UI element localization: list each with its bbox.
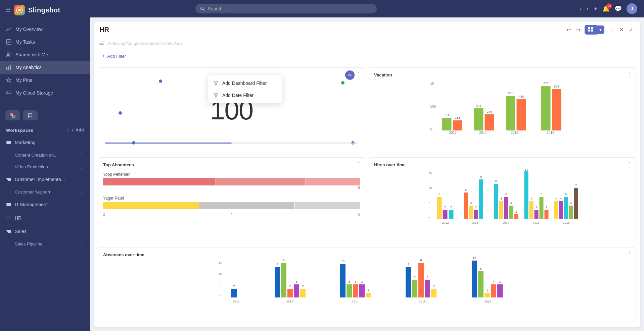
absentees-row-2: Yager Patel	[103, 196, 360, 209]
h2013-l1: 6	[465, 188, 467, 191]
workspace-hr[interactable]: HR ⋮	[0, 211, 90, 225]
svg-rect-5	[6, 67, 7, 70]
analytics-icon	[6, 65, 11, 70]
abs2016-l5: 3	[499, 280, 501, 283]
topbar: ‹ › ✦ 🔔 13 💬 J	[90, 0, 644, 17]
check-button[interactable]: ✓	[628, 25, 635, 34]
svg-rect-6	[8, 66, 9, 70]
hamburger-icon[interactable]: ☰	[5, 6, 11, 14]
h2016-b5	[574, 188, 578, 219]
vacation-more-button[interactable]: ⋮	[626, 71, 632, 78]
hires-title: Hires over time	[374, 162, 631, 167]
bar-2015-s1	[506, 96, 515, 130]
year-2016: 2016	[547, 131, 554, 134]
view-dropdown-button[interactable]: ▾	[597, 25, 604, 34]
layers-button[interactable]	[5, 110, 20, 120]
forward-icon[interactable]: ›	[587, 5, 589, 12]
sub-item-video-production[interactable]: Video Production ⋮	[0, 161, 90, 173]
absentees-more-button[interactable]: ⋮	[355, 161, 361, 168]
label-2016-s1: 774	[543, 81, 548, 85]
dropdown-item-date-filter[interactable]: Add Date Filter	[208, 89, 282, 101]
dropdown-item-dashboard-filter[interactable]: Add Dashboard Filter	[208, 77, 282, 89]
back-icon[interactable]: ‹	[580, 5, 582, 12]
abs2014-l1: 10	[341, 260, 344, 263]
bar-segment-1b	[216, 178, 306, 185]
bookmark-button[interactable]	[23, 110, 38, 120]
workspace-customer-impl[interactable]: Customer Implementa... ⋮	[0, 173, 90, 186]
ai-icon[interactable]: ✦	[593, 6, 598, 12]
sub-item-customer-support[interactable]: Customer Support ⋮	[0, 186, 90, 198]
absentees-row-1: Yopp Pettersen 5	[103, 171, 360, 190]
add-workspace-btn[interactable]: + Add	[71, 127, 84, 133]
abs2016-b4	[491, 284, 496, 297]
filter-dropdown-menu: Add Dashboard Filter Add Date Filter	[208, 75, 282, 103]
sidebar-item-overview[interactable]: My Overview	[0, 23, 90, 36]
filter-bar: + Add Filter	[94, 49, 640, 63]
sub-item-content-creation[interactable]: Content Creation an... ⋮	[0, 149, 90, 161]
undo-button[interactable]: ↩	[565, 25, 572, 34]
search-icon	[200, 6, 205, 11]
h2014-l4: 3	[510, 201, 512, 205]
more-options-button[interactable]: ⋮	[607, 25, 615, 34]
sidebar-item-storage[interactable]: My Cloud Storage	[0, 87, 90, 99]
svg-rect-18	[6, 204, 11, 205]
workspace-it-management[interactable]: IT Management ⋮	[0, 198, 90, 211]
abs2016-l2: 6	[480, 267, 481, 270]
sub-item-sales-pipeline[interactable]: Sales Pipeline ⋮	[0, 238, 90, 250]
workspaces-actions: ↕ + Add	[67, 127, 84, 133]
logo-text: Slingshot	[28, 6, 60, 14]
label-2015-s2: 485	[519, 95, 524, 98]
absences-chart-svg: 15 10 5 0 2 2012 9 8 2 3	[103, 261, 631, 304]
bar-2014-s2	[485, 114, 494, 130]
h2013-b3	[474, 210, 478, 219]
hires-more-button[interactable]: ⋮	[626, 161, 632, 168]
h2012-b3	[449, 210, 454, 219]
chat-icon[interactable]: 💬	[614, 5, 622, 12]
sidebar-item-shared[interactable]: Shared with Me	[0, 48, 90, 61]
sub-more-icon[interactable]: ⋮	[79, 241, 84, 247]
workspace-sales[interactable]: Sales ⋮	[0, 225, 90, 238]
svg-rect-25	[8, 232, 11, 233]
panel-title: HR	[99, 26, 562, 34]
sub-more-icon[interactable]: ⋮	[79, 164, 84, 170]
sidebar-nav: My Overview My Tasks Shared with Me	[0, 20, 90, 102]
add-filter-button[interactable]: + Add Filter	[99, 52, 129, 60]
sub-more-icon[interactable]: ⋮	[79, 152, 84, 158]
h2012-l1: 5	[439, 192, 440, 196]
absences-more-button[interactable]: ⋮	[626, 251, 632, 258]
user-avatar[interactable]: J	[627, 3, 637, 14]
chart-hires: Hires over time ⋮ 15 10 5 0 5 2 2 2012	[369, 157, 636, 243]
bar-2013-s2	[453, 120, 462, 130]
absentees-bar-1	[103, 178, 360, 185]
tasks-icon	[6, 39, 11, 45]
svg-rect-19	[6, 205, 11, 206]
abs2014-year: 2014	[352, 300, 359, 303]
h2012-b1	[437, 197, 442, 219]
workspaces-header: Workspaces ↕ + Add	[0, 124, 90, 136]
sidebar-item-analytics[interactable]: My Analytics	[0, 61, 90, 74]
absences-title: Absences over time	[103, 252, 631, 257]
abs2013-l1: 9	[276, 263, 278, 266]
h2016-l4: 3	[570, 201, 572, 205]
sub-more-icon[interactable]: ⋮	[79, 189, 84, 195]
search-input[interactable]	[208, 6, 372, 11]
sidebar-item-pins[interactable]: My Pins	[0, 74, 90, 87]
chart-more-button[interactable]: ⋮	[355, 71, 361, 78]
svg-point-26	[201, 7, 203, 10]
redo-button[interactable]: ↪	[575, 25, 582, 34]
abs2015-b4	[425, 280, 430, 297]
chart-top-absentees: Top Absentees ⋮ Yopp Pettersen 5 Yager P…	[98, 157, 365, 243]
sort-icon[interactable]: ↕	[67, 127, 70, 133]
workspace-icon	[6, 229, 11, 234]
svg-rect-21	[6, 218, 11, 218]
workspace-marketing[interactable]: Marketing ⋮	[0, 136, 90, 149]
view-toggle-button[interactable]	[585, 25, 597, 35]
vacation-title: Vacation	[374, 72, 631, 77]
close-button[interactable]: ✕	[618, 25, 625, 34]
workspace-icon	[6, 140, 11, 145]
sidebar-item-tasks[interactable]: My Tasks	[0, 36, 90, 48]
h2012-b2	[443, 210, 448, 219]
h2015-year: 2015	[533, 221, 539, 224]
chart-edit-button[interactable]: ✏	[345, 70, 355, 80]
notifications-icon[interactable]: 🔔 13	[602, 5, 610, 12]
